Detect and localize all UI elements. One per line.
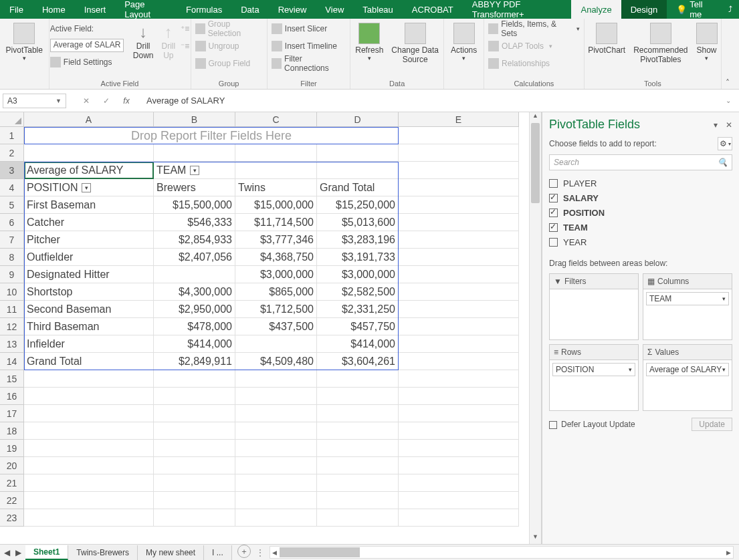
row-header-8[interactable]: 8 <box>0 249 24 266</box>
cell[interactable] <box>154 509 235 527</box>
cell[interactable]: $2,950,000 <box>154 301 235 318</box>
row-header-12[interactable]: 12 <box>0 318 24 335</box>
column-header-E[interactable]: E <box>399 112 519 127</box>
field-item-salary[interactable]: SALARY <box>549 190 732 205</box>
cell[interactable] <box>399 162 519 179</box>
cell[interactable] <box>24 509 154 527</box>
field-search-input[interactable]: Search 🔍 <box>549 154 732 170</box>
refresh-button[interactable]: Refresh ▾ <box>352 21 386 63</box>
cell[interactable]: $2,849,911 <box>154 353 235 370</box>
cell[interactable] <box>399 196 519 214</box>
row-header-19[interactable]: 19 <box>0 440 24 457</box>
cell[interactable]: TEAM▾ <box>154 162 235 179</box>
cell[interactable] <box>399 214 519 231</box>
cell[interactable] <box>399 283 519 301</box>
field-item-position[interactable]: POSITION <box>549 205 732 220</box>
field-item-year[interactable]: YEAR <box>549 235 732 249</box>
columns-area[interactable]: ▦Columns TEAM▾ <box>643 273 732 340</box>
active-field-input[interactable]: Average of SALAR <box>50 39 124 52</box>
tab-analyze[interactable]: Analyze <box>571 0 621 19</box>
row-header-1[interactable]: 1 <box>0 127 24 144</box>
cell[interactable] <box>317 440 399 457</box>
values-area-item[interactable]: Average of SALARY▾ <box>646 363 729 376</box>
field-settings-button[interactable]: Field Settings <box>50 55 124 69</box>
row-header-7[interactable]: 7 <box>0 231 24 249</box>
cell[interactable]: First Baseman <box>24 196 154 214</box>
cell[interactable] <box>235 440 317 457</box>
recommended-pivottables-button[interactable]: Recommended PivotTables <box>631 21 690 66</box>
cell[interactable] <box>24 144 154 162</box>
row-header-18[interactable]: 18 <box>0 422 24 440</box>
cell[interactable] <box>399 509 519 527</box>
cell[interactable]: $437,500 <box>235 318 317 335</box>
field-item-team[interactable]: TEAM <box>549 220 732 235</box>
tab-view[interactable]: View <box>316 0 353 19</box>
cell[interactable] <box>399 457 519 474</box>
cell[interactable] <box>154 492 235 509</box>
change-data-source-button[interactable]: Change Data Source <box>389 21 441 66</box>
cell[interactable] <box>399 405 519 422</box>
vertical-scrollbar[interactable]: ▲ ▼ <box>529 112 541 544</box>
cell[interactable]: Shortstop <box>24 283 154 301</box>
cell[interactable] <box>399 353 519 370</box>
row-header-14[interactable]: 14 <box>0 353 24 370</box>
row-header-22[interactable]: 22 <box>0 492 24 509</box>
cell[interactable] <box>154 457 235 474</box>
cell[interactable] <box>399 440 519 457</box>
cell[interactable]: $457,750 <box>317 318 399 335</box>
cell[interactable] <box>317 457 399 474</box>
scroll-left-icon[interactable]: ◀ <box>270 547 280 558</box>
row-header-20[interactable]: 20 <box>0 457 24 474</box>
cell[interactable] <box>235 405 317 422</box>
cell[interactable]: $1,712,500 <box>235 301 317 318</box>
cell[interactable]: Outfielder <box>24 249 154 266</box>
cell[interactable]: $546,333 <box>154 214 235 231</box>
cell[interactable] <box>235 422 317 440</box>
scroll-right-icon[interactable]: ▶ <box>724 547 733 558</box>
cell[interactable] <box>399 144 519 162</box>
cell[interactable]: $3,283,196 <box>317 231 399 249</box>
cell[interactable]: Designated Hitter <box>24 266 154 283</box>
cell[interactable] <box>24 457 154 474</box>
cell[interactable]: $4,300,000 <box>154 283 235 301</box>
drill-down-button[interactable]: ↓ Drill Down <box>130 21 156 62</box>
cell[interactable] <box>317 492 399 509</box>
show-button[interactable]: Show ▾ <box>694 21 720 63</box>
cell[interactable] <box>235 474 317 492</box>
column-header-C[interactable]: C <box>235 112 317 127</box>
cell[interactable]: $865,000 <box>235 283 317 301</box>
cell[interactable] <box>317 405 399 422</box>
cancel-formula-button[interactable]: ✕ <box>80 96 93 106</box>
cell[interactable] <box>235 492 317 509</box>
scroll-down-icon[interactable]: ▼ <box>530 533 541 544</box>
cell[interactable] <box>235 144 317 162</box>
cell[interactable]: $5,013,600 <box>317 214 399 231</box>
filter-connections-button[interactable]: Filter Connections <box>272 56 346 71</box>
row-header-4[interactable]: 4 <box>0 179 24 196</box>
cell[interactable]: Average of SALARY <box>24 162 154 179</box>
cell[interactable] <box>235 335 317 353</box>
cell[interactable] <box>399 388 519 405</box>
cell[interactable]: Grand Total <box>317 179 399 196</box>
cell[interactable] <box>399 127 519 144</box>
cell[interactable]: $15,500,000 <box>154 196 235 214</box>
row-header-13[interactable]: 13 <box>0 335 24 353</box>
row-header-5[interactable]: 5 <box>0 196 24 214</box>
name-box[interactable]: A3▼ <box>3 94 66 108</box>
cell[interactable] <box>399 249 519 266</box>
column-header-D[interactable]: D <box>317 112 399 127</box>
cell[interactable] <box>317 162 399 179</box>
cell[interactable] <box>154 266 235 283</box>
cell[interactable] <box>24 422 154 440</box>
cell[interactable] <box>399 422 519 440</box>
row-header-16[interactable]: 16 <box>0 388 24 405</box>
rows-area-item[interactable]: POSITION▾ <box>552 363 635 376</box>
select-all-corner[interactable] <box>0 112 24 127</box>
sheet-tab-2[interactable]: My new sheet <box>138 545 204 560</box>
pane-layout-button[interactable]: ⚙▾ <box>718 137 732 150</box>
cell[interactable]: Brewers <box>154 179 235 196</box>
cell[interactable] <box>154 405 235 422</box>
cell[interactable] <box>24 370 154 388</box>
row-header-2[interactable]: 2 <box>0 144 24 162</box>
cell[interactable] <box>317 388 399 405</box>
